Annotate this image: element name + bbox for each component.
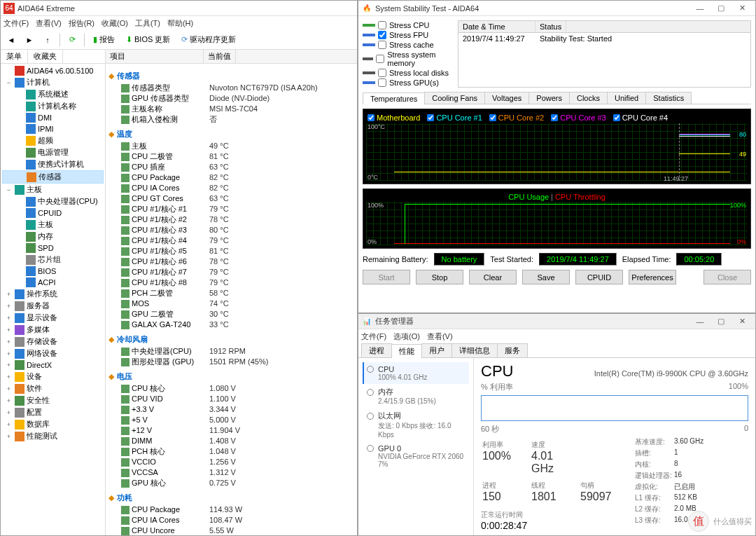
tm-titlebar[interactable]: 📊 任务管理器 — ▢ ✕ bbox=[358, 314, 755, 329]
sensor-row[interactable]: CPU #1/核心 #581 °C bbox=[108, 246, 354, 256]
sensor-row[interactable]: CPU 二极管81 °C bbox=[108, 151, 354, 162]
stress-option[interactable]: Stress FPU bbox=[363, 30, 454, 40]
sensor-row[interactable]: VCCSA1.312 V bbox=[108, 467, 354, 478]
sensor-list[interactable]: ◆传感器传感器类型Nuvoton NCT6797D (ISA A20h)GPU … bbox=[106, 64, 357, 535]
menu-item[interactable]: 帮助(H) bbox=[167, 18, 193, 29]
sidebar-tab[interactable]: 菜单 bbox=[1, 50, 28, 63]
tree-item[interactable]: AIDA64 v6.00.5100 bbox=[2, 65, 104, 76]
menu-item[interactable]: 查看(V) bbox=[36, 18, 62, 29]
resource-item[interactable]: 以太网发送: 0 Kbps 接收: 16.0 Kbps bbox=[363, 408, 469, 441]
tree-item[interactable]: 芯片组 bbox=[2, 254, 104, 266]
fwd-button[interactable]: ► bbox=[22, 32, 37, 48]
sensor-row[interactable]: DIMM1.408 V bbox=[108, 436, 354, 446]
tree-item[interactable]: SPD bbox=[2, 242, 104, 254]
tm-tab[interactable]: 用户 bbox=[421, 343, 452, 357]
stop-button[interactable]: Stop bbox=[416, 270, 463, 284]
tree-item[interactable]: −主板 bbox=[2, 184, 104, 195]
menu-item[interactable]: 工具(T) bbox=[135, 18, 160, 29]
sensor-row[interactable]: CPU Package114.93 W bbox=[108, 504, 354, 515]
graph-tab[interactable]: Temperatures bbox=[363, 92, 425, 104]
tm-tab[interactable]: 服务 bbox=[497, 343, 528, 357]
graph-tab[interactable]: Cooling Fans bbox=[424, 92, 485, 104]
sensor-row[interactable]: +5 V5.000 V bbox=[108, 415, 354, 425]
tree-item[interactable]: +软件 bbox=[2, 383, 104, 394]
tree-item[interactable]: 内存 bbox=[2, 231, 104, 242]
col-value[interactable]: 当前值 bbox=[204, 50, 236, 63]
menu-item[interactable]: 收藏(O) bbox=[102, 18, 128, 29]
sensor-row[interactable]: CPU #1/核心 #678 °C bbox=[108, 256, 354, 267]
graph-tab[interactable]: Voltages bbox=[484, 92, 529, 104]
menu-item[interactable]: 文件(F) bbox=[4, 18, 29, 29]
sensor-row[interactable]: 中央处理器(CPU)1912 RPM bbox=[108, 346, 354, 357]
aida-titlebar[interactable]: 64 AIDA64 Extreme bbox=[1, 1, 357, 16]
legend-item[interactable]: CPU Core #3 bbox=[551, 114, 606, 122]
sensor-row[interactable]: 主板名称MSI MS-7C04 bbox=[108, 104, 354, 114]
sensor-row[interactable]: CPU Uncore5.55 W bbox=[108, 525, 354, 535]
tree-item[interactable]: +网络设备 bbox=[2, 348, 104, 359]
tree-item[interactable]: 便携式计算机 bbox=[2, 158, 104, 170]
tree-item[interactable]: +设备 bbox=[2, 371, 104, 383]
tree-item[interactable]: +数据库 bbox=[2, 418, 104, 430]
graph-tab[interactable]: Unified bbox=[607, 92, 646, 104]
sensor-row[interactable]: CPU 插座63 °C bbox=[108, 162, 354, 172]
tree-item[interactable]: 主板 bbox=[2, 219, 104, 231]
close-button[interactable]: ✕ bbox=[732, 1, 752, 16]
close-button[interactable]: ✕ bbox=[732, 314, 752, 329]
close-button[interactable]: Close bbox=[704, 270, 751, 284]
start-button[interactable]: Start bbox=[363, 270, 410, 284]
tree-item[interactable]: 超频 bbox=[2, 135, 104, 146]
sensor-row[interactable]: 主板49 °C bbox=[108, 141, 354, 151]
tree-item[interactable]: +多媒体 bbox=[2, 324, 104, 336]
sensor-row[interactable]: CPU #1/核心 #879 °C bbox=[108, 277, 354, 288]
sensor-row[interactable]: CPU #1/核心 #479 °C bbox=[108, 235, 354, 246]
sensor-row[interactable]: 传感器类型Nuvoton NCT6797D (ISA A20h) bbox=[108, 83, 354, 93]
tree-item[interactable]: ACPI bbox=[2, 277, 104, 288]
sensor-row[interactable]: CPU GT Cores63 °C bbox=[108, 193, 354, 204]
sensor-row[interactable]: CPU IA Cores82 °C bbox=[108, 183, 354, 193]
nav-tree[interactable]: AIDA64 v6.00.5100−计算机系统概述计算机名称DMIIPMI超频电… bbox=[1, 64, 105, 535]
tree-item[interactable]: +配置 bbox=[2, 406, 104, 418]
log-row[interactable]: 2019/7/4 11:49:27Stability Test: Started bbox=[458, 33, 750, 44]
sensor-row[interactable]: +12 V11.904 V bbox=[108, 425, 354, 436]
legend-item[interactable]: Motherboard bbox=[368, 114, 420, 122]
tree-item[interactable]: 传感器 bbox=[2, 170, 104, 184]
minimize-button[interactable]: — bbox=[690, 1, 710, 16]
sensor-row[interactable]: CPU #1/核心 #380 °C bbox=[108, 225, 354, 235]
stress-option[interactable]: Stress local disks bbox=[363, 68, 454, 78]
tree-item[interactable]: 中央处理器(CPU) bbox=[2, 195, 104, 207]
clear-button[interactable]: Clear bbox=[469, 270, 517, 284]
back-button[interactable]: ◄ bbox=[4, 32, 19, 48]
sensor-row[interactable]: CPU 核心1.080 V bbox=[108, 383, 354, 394]
minimize-button[interactable]: — bbox=[690, 314, 710, 329]
tree-item[interactable]: CPUID bbox=[2, 207, 104, 219]
legend-item[interactable]: CPU Core #4 bbox=[613, 114, 668, 122]
sensor-row[interactable]: GPU 传感器类型Diode (NV-Diode) bbox=[108, 93, 354, 104]
sensor-row[interactable]: PCH 二极管58 °C bbox=[108, 288, 354, 298]
preferences-button[interactable]: Preferences bbox=[629, 270, 676, 284]
stab-titlebar[interactable]: 🔥 System Stability Test - AIDA64 — ▢ ✕ bbox=[358, 1, 755, 16]
tree-item[interactable]: −计算机 bbox=[2, 76, 104, 88]
sensor-row[interactable]: VCCIO1.256 V bbox=[108, 457, 354, 467]
stress-option[interactable]: Stress cache bbox=[363, 40, 454, 50]
tree-item[interactable]: 系统概述 bbox=[2, 88, 104, 100]
tree-item[interactable]: +操作系统 bbox=[2, 288, 104, 300]
graph-tab[interactable]: Powers bbox=[528, 92, 570, 104]
tree-item[interactable]: 计算机名称 bbox=[2, 100, 104, 112]
refresh-button[interactable]: ⟳ bbox=[64, 32, 80, 48]
tree-item[interactable]: 电源管理 bbox=[2, 146, 104, 158]
save-button[interactable]: Save bbox=[522, 270, 570, 284]
sensor-row[interactable]: 图形处理器 (GPU)1501 RPM (45%) bbox=[108, 357, 354, 367]
menu-item[interactable]: 查看(V) bbox=[427, 331, 453, 342]
tree-item[interactable]: IPMI bbox=[2, 123, 104, 135]
log-col-date[interactable]: Date & Time bbox=[458, 21, 536, 32]
sensor-row[interactable]: CPU #1/核心 #179 °C bbox=[108, 204, 354, 214]
sensor-row[interactable]: PCH 核心1.048 V bbox=[108, 446, 354, 457]
tree-item[interactable]: +存储设备 bbox=[2, 336, 104, 348]
graph-tab[interactable]: Statistics bbox=[645, 92, 692, 104]
maximize-button[interactable]: ▢ bbox=[710, 1, 732, 16]
resource-item[interactable]: CPU100% 4.01 GHz bbox=[363, 362, 469, 384]
tree-item[interactable]: +服务器 bbox=[2, 300, 104, 312]
sidebar-tab[interactable]: 收藏夹 bbox=[28, 50, 63, 63]
bios-update-button[interactable]: ⬇BIOS 更新 bbox=[122, 32, 174, 48]
tree-item[interactable]: +显示设备 bbox=[2, 312, 104, 324]
